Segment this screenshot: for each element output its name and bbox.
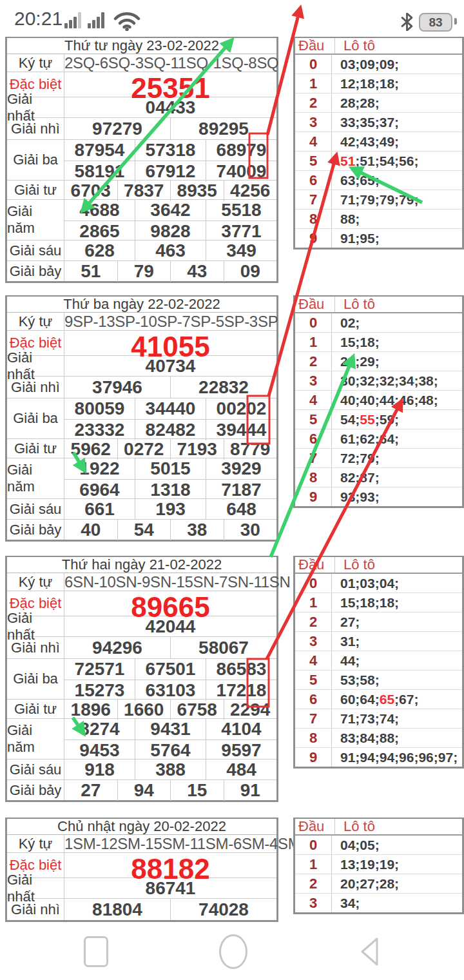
prize-row-giai_bay: Giải bảy27941591 [7, 780, 276, 800]
loto-row: 553; 58; [295, 671, 462, 690]
loto-values: 12; 18; 18; [332, 74, 462, 93]
loto-value: 88 [340, 211, 355, 227]
loto-table-header: ĐầuLô tô [295, 297, 462, 313]
loto-value: 34 [399, 373, 414, 389]
loto-value: 27 [340, 614, 355, 630]
prize-value: 2865 [64, 221, 135, 242]
prize-row-giai_sau: Giải sáu918388484 [7, 760, 276, 780]
loto-dau-digit: 2 [295, 612, 332, 631]
loto-row: 660; 64; 65; 67; [295, 690, 462, 709]
loto-dau-digit: 7 [295, 709, 332, 728]
loto-value: 65 [360, 173, 374, 188]
loto-values: 40; 40; 44; 46; 48; [332, 391, 462, 409]
loto-values: 53; 58; [332, 671, 462, 689]
bluetooth-icon [401, 13, 413, 31]
prize-value: 2294 [224, 700, 277, 720]
prize-value: 34440 [135, 398, 206, 419]
loto-value: 83 [340, 730, 355, 746]
loto-value: 73 [360, 711, 374, 727]
results-table: Chủ nhật ngày 20-02-2022Ký tự1SM-12SM-15… [5, 818, 278, 922]
loto-row: 888; [295, 210, 462, 229]
prize-value: 04433 [64, 97, 276, 118]
prize-value: 09 [224, 261, 277, 282]
loto-dau-digit: 3 [295, 113, 332, 132]
prize-label: Giải nhất [7, 616, 64, 636]
loto-value: 48 [418, 393, 433, 408]
prize-value: 17218 [206, 680, 276, 701]
nav-home-button[interactable] [219, 934, 247, 969]
loto-value: 56 [399, 153, 414, 169]
loto-row: 440; 40; 44; 46; 48; [295, 391, 462, 410]
prize-value: 39444 [206, 420, 276, 440]
loto-row: 442; 43; 49; [295, 132, 462, 152]
loto-row: 554; 55; 59; [295, 410, 462, 429]
loto-table-header: ĐầuLô tô [295, 819, 462, 836]
loto-values: 01; 03; 04; [332, 574, 462, 593]
prize-row-ky_tu: Ký tự2SQ-6SQ-3SQ-11SQ-1SQ-8SQ [7, 54, 276, 72]
prize-value: 648 [206, 499, 276, 520]
app-content: 20:21 83 Thứ tư ngày 23-02-2022Ký tự2SQ-… [0, 0, 464, 923]
loto-value: 62 [360, 431, 374, 447]
loto-dau-digit: 8 [295, 468, 332, 487]
loto-header-dau: Đầu [295, 819, 335, 834]
prize-value: 72571 [64, 659, 135, 680]
loto-value: 09 [380, 57, 394, 72]
loto-value: 55 [360, 412, 374, 427]
prize-value: 2SQ-6SQ-3SQ-11SQ-1SQ-8SQ [64, 54, 278, 72]
loto-row: 330; 32; 32; 34; 38; [295, 371, 462, 391]
prize-label: Giải nhì [7, 637, 64, 658]
loto-value: 64 [360, 692, 374, 707]
nav-back-button[interactable] [358, 936, 380, 967]
loto-value: 20 [340, 876, 355, 892]
loto-values: 03; 09; 09; [332, 55, 462, 74]
prize-row-giai_nhat: Giải nhất04433 [7, 97, 276, 118]
prize-value: 1SM-12SM-15SM-11SM-6SM-4SM [64, 835, 301, 853]
prize-value: 42044 [64, 616, 276, 637]
loto-value: 13 [340, 857, 355, 872]
battery-indicator: 83 [419, 13, 452, 32]
loto-row: 991; 94; 94; 96; 96; 97; [295, 748, 462, 767]
loto-row: 227; [295, 612, 462, 632]
loto-values: 60; 64; 65; 67; [332, 690, 462, 709]
loto-dau-digit: 1 [295, 74, 332, 93]
prize-label: Ký tự [7, 835, 64, 852]
loto-row: 444; [295, 651, 462, 671]
loto-dau-digit: 9 [295, 229, 332, 248]
loto-table: ĐầuLô tô004; 05; 113; 19; 19; 220; 27; 2… [293, 818, 464, 914]
prize-value: 1922 [64, 458, 135, 479]
loto-values: 15; 18; [332, 333, 462, 351]
loto-values: 71; 73; 74; [332, 709, 462, 728]
prize-value: 40 [64, 520, 117, 540]
loto-values: 91; 95; [332, 229, 462, 248]
loto-value: 04 [340, 838, 355, 853]
loto-values: 82; 87; [332, 468, 462, 487]
loto-dau-digit: 2 [295, 352, 332, 371]
prize-value: 4256 [224, 181, 277, 201]
prize-label: Giải sáu [7, 240, 64, 260]
loto-dau-digit: 5 [295, 152, 332, 170]
signal-strength-icon [64, 12, 82, 29]
loto-values: 20; 27; 28; [332, 874, 462, 893]
prize-value: 54 [117, 520, 171, 540]
results-table: Thứ ba ngày 22-02-2022Ký tự9SP-13SP-10SP… [5, 295, 278, 542]
prize-value: 00202 [206, 398, 276, 419]
nav-recents-button[interactable] [84, 936, 108, 967]
loto-values: 93; 93; [332, 487, 462, 506]
prize-row-giai_nhat: Giải nhất40734 [7, 356, 276, 377]
loto-value: 09 [360, 57, 374, 72]
loto-row: 883; 84; 88; [295, 729, 462, 748]
prize-value: 484 [206, 760, 276, 780]
loto-value: 79 [360, 451, 374, 466]
loto-header-dau: Đầu [295, 557, 335, 573]
loto-dau-digit: 4 [295, 391, 332, 409]
clock: 20:21 [14, 8, 63, 30]
loto-value: 58 [360, 672, 374, 688]
prize-value: 6703 [64, 181, 117, 201]
prize-label: Giải nhì [7, 118, 64, 139]
prize-label: Giải nhất [7, 97, 64, 117]
loto-value: 93 [360, 489, 374, 505]
prize-value: 9453 [64, 740, 135, 761]
prize-value: 9597 [206, 740, 276, 761]
loto-value: 19 [380, 857, 394, 872]
prize-label: Ký tự [7, 54, 64, 72]
